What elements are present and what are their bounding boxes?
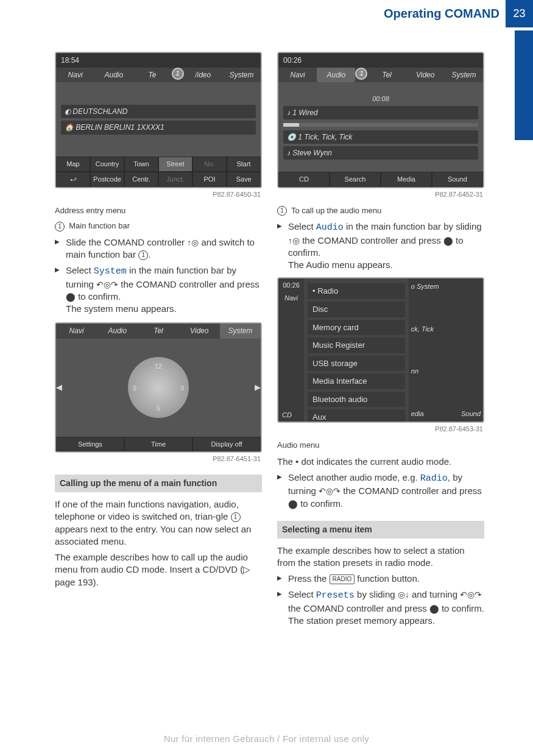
- turn-icon: ↶◎↷: [96, 280, 118, 289]
- marker-pin-icon: 1: [355, 68, 367, 80]
- press-icon: ⬤: [443, 236, 453, 246]
- fig-line: 🏠 BERLIN BERLIN1 1XXXX1: [61, 121, 256, 134]
- figure-caption: Address entry menu: [55, 205, 262, 216]
- fig-time: 00:26: [278, 53, 483, 68]
- menu-item: Music Register: [308, 337, 405, 353]
- fig-tab: Audio: [317, 68, 355, 82]
- figure-caption: Audio menu: [277, 440, 484, 451]
- fig-line: ◐ DEUTSCHLAND: [61, 105, 256, 118]
- header-title: Operating COMAND: [384, 5, 506, 22]
- figure-audio-playing: 00:26 Navi Audio 1 Tel Video System 00:0…: [277, 52, 484, 188]
- right-column: 00:26 Navi Audio 1 Tel Video System 00:0…: [277, 52, 484, 631]
- press-icon: ⬤: [66, 292, 76, 302]
- fig-tab: System: [445, 68, 483, 82]
- page-number: 23: [506, 0, 533, 27]
- fig-btn: Search: [330, 172, 381, 187]
- fig-tab: Te: [133, 68, 171, 82]
- figure-id: P82.87-6451-31: [55, 454, 261, 464]
- fig-tab: Tel: [367, 68, 406, 82]
- side-section-label: At a glance: [512, 55, 528, 120]
- fig-tab: Navi: [56, 323, 97, 338]
- slide-up-icon: ↑◎: [288, 236, 300, 246]
- page-header: Operating COMAND 23: [0, 0, 533, 27]
- legend-item: 1 Main function bar: [55, 221, 262, 231]
- fig-tab: Video: [406, 68, 445, 82]
- figure-audio-menu: 00:26 Navi CD • Radio Disc Memory card M…: [277, 277, 484, 423]
- figure-system-menu: Navi Audio Tel Video System ◀ 12693 ▶ Se…: [55, 322, 262, 453]
- section-heading: Calling up the menu of a main function: [55, 475, 262, 492]
- footer-watermark: Nur für internen Gebrauch / For internal…: [0, 733, 533, 745]
- fig-btn: Street: [158, 157, 192, 172]
- fig-tab: System: [222, 68, 261, 82]
- body-text: If one of the main functions navigation,…: [55, 498, 262, 548]
- body-text: The example describes how to select a st…: [277, 545, 484, 570]
- fig-tab: System: [220, 323, 261, 338]
- figure-id: P82.87-6450-31: [55, 190, 261, 199]
- fig-btn: Display off: [192, 437, 261, 452]
- fig-btn: Centr.: [124, 172, 158, 187]
- fig-btn: Save: [227, 172, 261, 187]
- instruction-step: Press the RADIO function button.: [277, 573, 484, 585]
- fig-line: 💿 1 Tick, Tick, Tick: [283, 130, 478, 144]
- menu-item: USB storage: [308, 356, 405, 372]
- menu-item: Media Interface: [308, 373, 405, 389]
- radio-button-label: RADIO: [330, 574, 355, 584]
- fig-btn: Town: [124, 157, 158, 172]
- fig-time: 18:54: [56, 53, 261, 68]
- fig-tab: Navi: [278, 68, 317, 82]
- figure-id: P82.87-6453-31: [277, 425, 483, 434]
- body-text: The • dot indicates the current audio mo…: [277, 456, 484, 468]
- menu-item: Disc: [308, 302, 405, 317]
- press-icon: ⬤: [288, 499, 298, 509]
- instruction-step: Select Audio in the main function bar by…: [277, 221, 484, 271]
- fig-btn: Country: [90, 157, 124, 172]
- body-text: The example describes how to call up the…: [55, 551, 262, 588]
- instruction-step: Slide the COMAND controller ↑◎ and switc…: [55, 236, 262, 261]
- turn-icon: ↶◎↷: [319, 486, 341, 496]
- fig-tab: Tel: [138, 323, 178, 338]
- fig-btn: CD: [278, 172, 330, 187]
- fig-tab: Audio: [94, 68, 133, 82]
- fig-btn: Time: [124, 437, 192, 452]
- menu-item: Aux: [308, 409, 405, 423]
- fig-btn: Start: [227, 157, 261, 172]
- legend-item: 1 To call up the audio menu: [277, 205, 484, 216]
- fig-tab: Navi: [56, 68, 94, 82]
- left-column: 18:54 Navi Audio Te 1 /ideo System ◐ DEU…: [55, 52, 262, 631]
- fig-btn: POI: [192, 172, 227, 187]
- figure-address-entry: 18:54 Navi Audio Te 1 /ideo System ◐ DEU…: [55, 52, 262, 188]
- fig-btn: Media: [381, 172, 432, 187]
- fig-line: ♪ 1 Wired: [283, 106, 478, 119]
- instruction-step: Select System in the main function bar b…: [55, 264, 262, 315]
- figure-id: P82.87-6452-31: [277, 190, 483, 199]
- section-heading: Selecting a menu item: [277, 521, 484, 539]
- turn-icon: ↶◎↷: [460, 590, 482, 599]
- fig-btn: ⮐: [56, 172, 90, 187]
- menu-item: Memory card: [308, 320, 405, 336]
- fig-btn: Postcode: [90, 172, 124, 187]
- fig-tab: Audio: [97, 323, 138, 338]
- menu-item: Bluetooth audio: [308, 392, 405, 408]
- fig-btn: Sound: [432, 172, 483, 187]
- fig-tab: /ideo: [184, 68, 222, 82]
- fig-line: ♪ Steve Wynn: [283, 146, 478, 160]
- marker-pin-icon: 1: [172, 68, 184, 80]
- slide-down-icon: ◎↓: [398, 590, 409, 599]
- slide-up-icon: ↑◎: [187, 238, 199, 247]
- instruction-step: Select another audio mode, e.g. Radio, b…: [277, 472, 484, 510]
- track-time: 00:08: [283, 94, 478, 104]
- fig-btn: Junct.: [158, 172, 192, 187]
- clock-dial-icon: 12693: [128, 357, 189, 418]
- fig-tab: Video: [179, 323, 220, 338]
- fig-btn: Settings: [56, 437, 124, 452]
- fig-btn: No.: [192, 157, 227, 172]
- menu-item: • Radio: [308, 283, 405, 299]
- press-icon: ⬤: [429, 604, 439, 613]
- instruction-step: Select Presets by sliding ◎↓ and turning…: [277, 588, 484, 627]
- fig-time: 00:26: [278, 281, 304, 290]
- fig-btn: Map: [56, 157, 90, 172]
